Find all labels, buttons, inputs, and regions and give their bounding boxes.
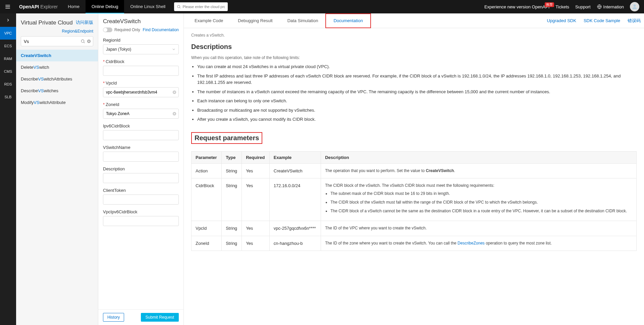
api-list: CreateVSwitch DeleteVSwitch DescribeVSwi… [16, 50, 98, 108]
global-search-input[interactable] [183, 5, 225, 9]
api-search-icons [80, 39, 91, 44]
cell-example: cn-hangzhou-b [269, 236, 321, 251]
nav-tab-linux-shell[interactable]: Online Linux Shell [124, 0, 171, 13]
nav-tab-online-debug[interactable]: Online Debug [86, 0, 124, 13]
api-item-modifyvswitchattribute[interactable]: ModifyVSwitchAttribute [16, 97, 98, 108]
field-description: Description [103, 166, 179, 183]
internation-link[interactable]: Internation [597, 4, 624, 9]
hamburger-menu[interactable] [0, 0, 15, 13]
tab-documentation[interactable]: Documentation [325, 13, 371, 28]
regionid-select[interactable]: Japan (Tokyo) [103, 44, 179, 54]
content: Example Code Debugging Result Data Simul… [184, 13, 644, 325]
support-link[interactable]: Support [575, 4, 591, 9]
describezones-link[interactable]: DescribeZones [458, 241, 485, 246]
global-search[interactable] [174, 2, 228, 11]
vpcid-input[interactable] [103, 87, 179, 97]
cell-type: String [222, 236, 242, 251]
field-label: Ipv6CidrBlock [103, 123, 179, 128]
field-label: VSwitchName [103, 145, 179, 150]
chevron-right-icon [6, 18, 10, 22]
nav-tab-home[interactable]: Home [62, 0, 86, 13]
required-only-toggle[interactable] [103, 28, 112, 32]
desc-bullet: After you create a vSwitch, you cannot m… [197, 116, 637, 123]
table-header-row: Parameter Type Required Example Descript… [192, 151, 637, 163]
desc-bullet: Broadcasting or multicasting are not sup… [197, 107, 637, 114]
avatar[interactable] [630, 2, 639, 11]
api-sidebar: Virtual Private Cloud 访问新版 Region&Endpoi… [16, 13, 98, 325]
table-row: CidrBlock String Yes 172.16.0.0/24 The C… [192, 178, 637, 221]
api-item-describevswitchattributes[interactable]: DescribeVSwitchAttributes [16, 73, 98, 85]
tab-example-code[interactable]: Example Code [187, 13, 230, 28]
field-ipv6cidrblock: Ipv6CidrBlock [103, 123, 179, 140]
new-version-link[interactable]: 访问新版 [76, 19, 93, 25]
mini-sidebar-expand[interactable] [0, 13, 16, 27]
api-item-createvswitch[interactable]: CreateVSwitch [16, 50, 98, 61]
desc-bullet: The first IP address and last three IP a… [197, 73, 637, 86]
doc-note: When you call this operation, take note … [191, 55, 637, 60]
th-example: Example [269, 151, 321, 163]
field-label: ClientToken [103, 188, 179, 193]
experience-new-version-link[interactable]: Experience new version OpenAPI 推荐 [484, 4, 549, 9]
tickets-link[interactable]: Tickets [555, 4, 569, 9]
mini-item-cms[interactable]: CMS [0, 65, 16, 78]
tab-data-simulation[interactable]: Data Simulation [280, 13, 326, 28]
search-icon[interactable] [80, 39, 85, 44]
mini-item-rds[interactable]: RDS [0, 78, 16, 91]
cell-required: Yes [242, 236, 270, 251]
cell-example: vpc-257gqcdfvx6n**** [269, 221, 321, 236]
field-regionid: RegionId Japan (Tokyo) [103, 38, 179, 54]
desc-bullet: The number of instances in a vSwitch can… [197, 89, 637, 95]
error-code-link[interactable]: 错误码 [628, 18, 641, 24]
mini-item-vpc[interactable]: VPC [0, 27, 16, 40]
cidrblock-input[interactable] [103, 66, 179, 76]
sdk-code-sample-link[interactable]: SDK Code Sample [584, 18, 620, 23]
region-endpoint-link[interactable]: Region&Endpoint [16, 29, 98, 36]
submit-request-button[interactable]: Submit Request [141, 313, 179, 322]
th-description: Description [321, 151, 637, 163]
logo[interactable]: OpenAPI Explorer [15, 4, 62, 9]
request-parameters-heading: Request parameters [191, 132, 262, 144]
field-label: *ZoneId [103, 102, 179, 107]
required-only-label: Required Only [114, 28, 140, 32]
clear-icon[interactable] [87, 39, 91, 44]
nav-tabs: Home Online Debug Online Linux Shell [62, 0, 171, 13]
ipv6cidrblock-input[interactable] [103, 130, 179, 140]
svg-line-9 [84, 42, 85, 43]
clienttoken-input[interactable] [103, 195, 179, 205]
cell-example: 172.16.0.0/24 [269, 178, 321, 221]
field-vpcid: *VpcId [103, 80, 179, 97]
clear-icon[interactable] [172, 90, 177, 95]
params-panel: CreateVSwitch Required Only Find Documen… [98, 13, 184, 325]
logo-thin: Explorer [40, 4, 58, 9]
cell-required: Yes [242, 163, 270, 178]
search-icon [177, 4, 181, 9]
cell-param: CidrBlock [192, 178, 222, 221]
api-item-deletevswitch[interactable]: DeleteVSwitch [16, 61, 98, 73]
desc-bullet: You can create at most 24 vSwitches in a… [197, 63, 637, 70]
description-input[interactable] [103, 173, 179, 183]
field-clienttoken: ClientToken [103, 188, 179, 205]
mini-item-ecs[interactable]: ECS [0, 40, 16, 52]
vpcipv6cidrblock-input[interactable] [103, 216, 179, 226]
api-item-describevswitches[interactable]: DescribeVSwitches [16, 85, 98, 97]
cidr-req-bullet: The CIDR block of a vSwitch cannot be th… [330, 208, 632, 214]
cidr-req-bullet: The subnet mask of the CIDR block must b… [330, 191, 632, 197]
th-type: Type [222, 151, 242, 163]
descriptions-heading: Descriptions [191, 43, 637, 51]
menu-icon [5, 4, 11, 10]
vswitchname-input[interactable] [103, 152, 179, 162]
mini-item-ram[interactable]: RAM [0, 52, 16, 65]
zoneid-input[interactable] [103, 109, 179, 119]
field-vpcipv6cidrblock: VpcIpv6CidrBlock [103, 209, 179, 226]
history-button[interactable]: History [103, 313, 124, 322]
th-parameter: Parameter [192, 151, 222, 163]
upgraded-sdk-link[interactable]: Upgraded SDK [547, 18, 576, 23]
mini-sidebar: VPC ECS RAM CMS RDS SLB [0, 13, 16, 325]
find-documentation-link[interactable]: Find Documentation [143, 28, 179, 32]
clear-icon[interactable] [172, 111, 177, 116]
mini-item-slb[interactable]: SLB [0, 91, 16, 103]
recommend-badge: 推荐 [545, 2, 554, 7]
tab-debugging-result[interactable]: Debugging Result [230, 13, 280, 28]
field-label: *CidrBlock [103, 59, 179, 64]
api-search [21, 36, 93, 46]
